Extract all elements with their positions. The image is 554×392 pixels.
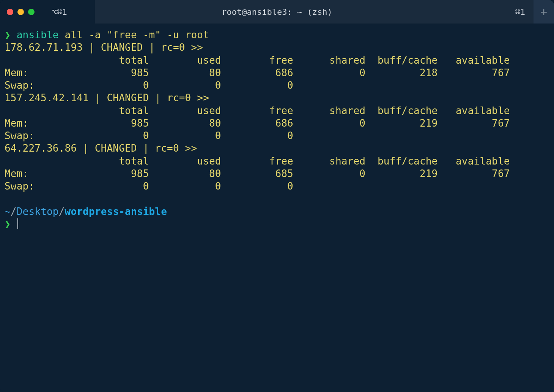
pane-shortcut: ⌘1 — [507, 7, 534, 17]
host-2-row-0: Mem: 985 80 685 0 219 767 — [5, 168, 510, 179]
host-2-status: 64.227.36.86 | CHANGED | rc=0 >> — [5, 143, 197, 154]
close-icon[interactable] — [7, 9, 13, 15]
cwd-home: ~ — [5, 206, 11, 217]
host-0-status: 178.62.71.193 | CHANGED | rc=0 >> — [5, 42, 203, 53]
title-bar: ⌥⌘1 root@ansible3: ~ (zsh) ⌘1 + — [0, 0, 554, 24]
terminal-output[interactable]: ❯ ansible all -a "free -m" -u root 178.6… — [0, 24, 554, 392]
command-name: ansible — [17, 29, 59, 41]
host-2-row-1: Swap: 0 0 0 — [5, 180, 293, 192]
host-1-row-0: Mem: 985 80 686 0 219 767 — [5, 118, 510, 129]
cwd-sep: / — [11, 206, 17, 217]
new-tab-button[interactable]: + — [534, 0, 554, 24]
host-0-row-1: Swap: 0 0 0 — [5, 80, 293, 91]
prompt-symbol: ❯ — [5, 218, 11, 230]
host-2-header: total used free shared buff/cache availa… — [5, 155, 510, 167]
host-0-row-0: Mem: 985 80 686 0 218 767 — [5, 67, 510, 78]
command-args: all -a "free -m" -u root — [59, 29, 209, 41]
cwd-seg1: Desktop — [17, 206, 59, 217]
zoom-icon[interactable] — [28, 9, 35, 15]
host-1-status: 157.245.42.141 | CHANGED | rc=0 >> — [5, 92, 209, 103]
cwd-sep: / — [59, 206, 65, 217]
host-1-row-1: Swap: 0 0 0 — [5, 130, 293, 141]
tab-shortcut: ⌥⌘1 — [52, 7, 67, 17]
cursor-icon — [17, 218, 18, 229]
host-1-header: total used free shared buff/cache availa… — [5, 105, 510, 116]
cwd-seg2: wordpress-ansible — [65, 206, 167, 217]
window-controls — [7, 9, 35, 15]
terminal-window: ⌥⌘1 root@ansible3: ~ (zsh) ⌘1 + ❯ ansibl… — [0, 0, 554, 392]
active-tab[interactable]: ⌥⌘1 — [0, 0, 95, 24]
minimize-icon[interactable] — [17, 9, 24, 15]
host-0-header: total used free shared buff/cache availa… — [5, 55, 510, 66]
prompt-symbol: ❯ — [5, 29, 11, 41]
